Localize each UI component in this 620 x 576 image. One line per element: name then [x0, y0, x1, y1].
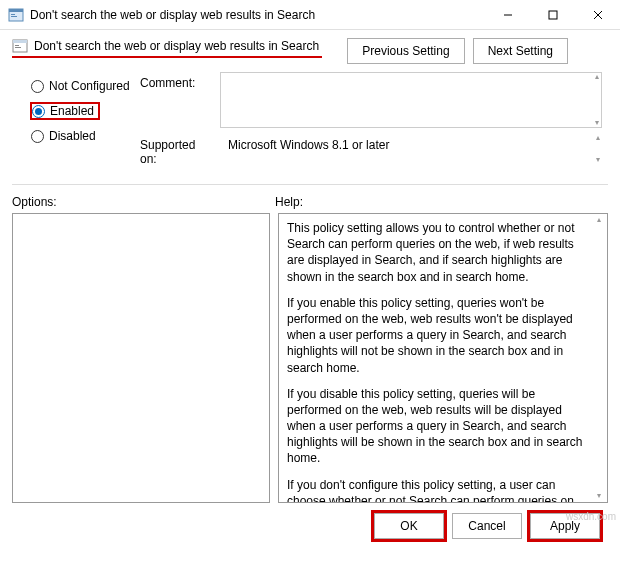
dialog-footer: OK Cancel Apply — [0, 503, 620, 549]
help-label: Help: — [275, 195, 608, 209]
policy-setting-icon — [12, 38, 28, 54]
radio-icon — [32, 105, 45, 118]
svg-rect-5 — [549, 11, 557, 19]
maximize-button[interactable] — [530, 0, 575, 30]
next-setting-button[interactable]: Next Setting — [473, 38, 568, 64]
header-row: Don't search the web or display web resu… — [0, 30, 620, 68]
divider — [12, 184, 608, 185]
radio-label: Not Configured — [49, 79, 130, 93]
configuration-section: Not Configured Enabled Disabled Comment:… — [0, 68, 620, 180]
help-paragraph: If you enable this policy setting, queri… — [287, 295, 593, 376]
options-panel — [12, 213, 270, 503]
scrollbar[interactable]: ▴ ▾ — [595, 216, 605, 500]
scroll-up-icon: ▴ — [595, 216, 603, 224]
radio-icon — [31, 80, 44, 93]
previous-setting-button[interactable]: Previous Setting — [347, 38, 464, 64]
titlebar: Don't search the web or display web resu… — [0, 0, 620, 30]
radio-enabled[interactable]: Enabled — [30, 102, 100, 120]
scroll-up-icon: ▴ — [593, 73, 601, 81]
options-label: Options: — [12, 195, 275, 209]
svg-rect-11 — [15, 47, 21, 48]
cancel-button[interactable]: Cancel — [452, 513, 522, 539]
radio-icon — [31, 130, 44, 143]
supported-on-value: Microsoft Windows 8.1 or later — [228, 138, 389, 152]
radio-disabled[interactable]: Disabled — [30, 128, 140, 144]
help-paragraph: If you disable this policy setting, quer… — [287, 386, 593, 467]
scroll-down-icon: ▾ — [594, 156, 602, 164]
supported-on-label: Supported on: — [140, 134, 220, 166]
window-controls — [485, 0, 620, 30]
scrollbar[interactable]: ▴ ▾ — [594, 134, 602, 164]
help-paragraph: If you don't configure this policy setti… — [287, 477, 593, 503]
window-title: Don't search the web or display web resu… — [30, 8, 485, 22]
scrollbar[interactable]: ▴ ▾ — [593, 73, 601, 127]
radio-not-configured[interactable]: Not Configured — [30, 78, 140, 94]
svg-rect-2 — [11, 14, 15, 15]
svg-rect-1 — [9, 9, 23, 12]
comment-label: Comment: — [140, 72, 220, 90]
svg-rect-3 — [11, 16, 17, 17]
close-button[interactable] — [575, 0, 620, 30]
scroll-down-icon: ▾ — [593, 119, 601, 127]
help-panel: This policy setting allows you to contro… — [278, 213, 608, 503]
scroll-up-icon: ▴ — [594, 134, 602, 142]
help-paragraph: This policy setting allows you to contro… — [287, 220, 593, 285]
svg-rect-10 — [15, 45, 19, 46]
policy-title: Don't search the web or display web resu… — [34, 39, 319, 53]
radio-label: Enabled — [50, 104, 94, 118]
policy-icon — [8, 7, 24, 23]
policy-title-underline: Don't search the web or display web resu… — [12, 38, 322, 58]
apply-button[interactable]: Apply — [530, 513, 600, 539]
svg-rect-9 — [13, 40, 27, 43]
state-radio-group: Not Configured Enabled Disabled — [30, 72, 140, 172]
minimize-button[interactable] — [485, 0, 530, 30]
supported-on-value-box: Microsoft Windows 8.1 or later ▴ ▾ — [220, 134, 602, 156]
scroll-down-icon: ▾ — [595, 492, 603, 500]
ok-button[interactable]: OK — [374, 513, 444, 539]
comment-textarea[interactable]: ▴ ▾ — [220, 72, 602, 128]
radio-label: Disabled — [49, 129, 96, 143]
